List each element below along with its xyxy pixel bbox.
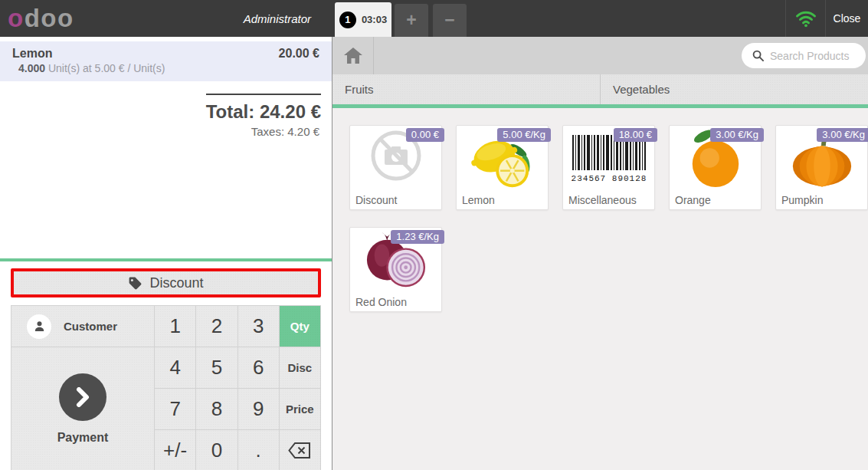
order-total-label: Total: bbox=[206, 101, 255, 122]
topbar: odoo Administrator 1 03:03 + − Clos bbox=[0, 0, 868, 37]
backspace-icon bbox=[288, 442, 311, 459]
svg-text:1 234567 890128 >: 1 234567 890128 > bbox=[569, 174, 649, 183]
order-taxes-value: 4.20 € bbox=[287, 125, 319, 138]
add-order-button[interactable]: + bbox=[395, 4, 428, 37]
product-name-label: Pumpkin bbox=[776, 191, 828, 209]
search-box bbox=[742, 43, 866, 68]
order-line-price: 20.00 € bbox=[279, 47, 319, 61]
numpad-key-3[interactable]: 3 bbox=[238, 306, 279, 347]
payment-button[interactable]: Payment bbox=[11, 347, 154, 470]
customer-button-label: Customer bbox=[64, 320, 117, 333]
numpad-key-1[interactable]: 1 bbox=[155, 306, 195, 347]
topbar-status: Close bbox=[785, 0, 868, 37]
product-card-lemon[interactable]: 5.00 €/Kg Lemon bbox=[456, 125, 549, 210]
discount-button-label: Discount bbox=[149, 275, 203, 291]
order-tab[interactable]: 1 03:03 bbox=[335, 2, 391, 37]
numpad-key-backspace[interactable] bbox=[280, 430, 320, 470]
pads-grid: Customer Payment 123Qty456Disc789Price+/… bbox=[11, 305, 321, 470]
topbar-left: odoo Administrator bbox=[0, 0, 332, 37]
numpad-key-9[interactable]: 9 bbox=[238, 389, 279, 429]
odoo-logo-o: o bbox=[8, 4, 25, 32]
home-icon bbox=[344, 48, 362, 64]
home-category-button[interactable] bbox=[332, 37, 374, 74]
category-bar: Fruits Vegetables bbox=[332, 74, 868, 108]
product-price-badge: 0.00 € bbox=[406, 128, 444, 142]
main-area: Lemon 20.00 € 4.000 Unit(s) at 5.00 € / … bbox=[0, 37, 868, 470]
product-panel: Fruits Vegetables 0.00 € Discount 5.00 €… bbox=[332, 37, 868, 470]
order-tab-bar: 1 03:03 + − Close bbox=[332, 0, 868, 37]
numpad-key-disc[interactable]: Disc bbox=[280, 347, 320, 388]
order-panel: Lemon 20.00 € 4.000 Unit(s) at 5.00 € / … bbox=[0, 37, 332, 470]
search-icon bbox=[752, 50, 764, 61]
numpad-key-2[interactable]: 2 bbox=[196, 306, 237, 347]
order-line[interactable]: Lemon 20.00 € 4.000 Unit(s) at 5.00 € / … bbox=[0, 41, 332, 81]
username-label: Administrator bbox=[244, 12, 311, 25]
payment-circle bbox=[59, 373, 106, 421]
avatar bbox=[27, 314, 51, 339]
numpad-key-4[interactable]: 4 bbox=[155, 347, 195, 388]
customer-button[interactable]: Customer bbox=[11, 306, 154, 347]
category-vegetables[interactable]: Vegetables bbox=[600, 74, 868, 104]
order-lines-area: Lemon 20.00 € 4.000 Unit(s) at 5.00 € / … bbox=[0, 37, 332, 258]
numpad-key-price[interactable]: Price bbox=[280, 389, 320, 429]
product-price-badge: 18.00 € bbox=[614, 128, 657, 142]
product-price-badge: 3.00 €/Kg bbox=[710, 128, 764, 142]
product-price-badge: 3.00 €/Kg bbox=[817, 128, 868, 142]
close-button[interactable]: Close bbox=[825, 0, 868, 37]
numpad-key-7[interactable]: 7 bbox=[155, 389, 195, 429]
numpad-key-0[interactable]: 0 bbox=[196, 430, 237, 470]
order-line-quantity: 4.000 bbox=[18, 62, 45, 74]
order-line-detail: 4.000 Unit(s) at 5.00 € / Unit(s) bbox=[18, 62, 319, 74]
connection-status bbox=[785, 0, 825, 37]
products-control-bar bbox=[332, 37, 868, 74]
product-name-label: Red Onion bbox=[350, 293, 412, 311]
discount-button[interactable]: Discount bbox=[11, 268, 321, 297]
order-line-product: Lemon bbox=[12, 47, 52, 61]
product-card-miscellaneous[interactable]: 18.00 € 1 234567 890128 > Miscellaneous bbox=[562, 125, 655, 210]
product-card-discount[interactable]: 0.00 € Discount bbox=[349, 125, 442, 210]
numpad-key-dot[interactable]: . bbox=[238, 430, 279, 470]
product-price-badge: 5.00 €/Kg bbox=[497, 128, 551, 142]
numpad-key-6[interactable]: 6 bbox=[238, 347, 279, 388]
order-line-unit-info: Unit(s) at 5.00 € / Unit(s) bbox=[48, 62, 165, 74]
numpad-key-5[interactable]: 5 bbox=[196, 347, 237, 388]
numpad-key-plus-minus[interactable]: +/- bbox=[155, 430, 195, 470]
order-summary: Total: 24.20 € Taxes: 4.20 € bbox=[0, 81, 332, 138]
product-card-pumpkin[interactable]: 3.00 €/Kg Pumpkin bbox=[775, 125, 868, 210]
numpad-key-qty[interactable]: Qty bbox=[280, 306, 320, 347]
payment-button-label: Payment bbox=[57, 431, 109, 445]
order-total-value: 24.20 € bbox=[260, 101, 321, 122]
odoo-logo: odoo bbox=[8, 2, 74, 35]
barcode-image: 1 234567 890128 > bbox=[569, 135, 649, 186]
tag-icon bbox=[128, 276, 142, 291]
order-tab-time: 03:03 bbox=[362, 14, 387, 25]
order-taxes: Taxes: 4.20 € bbox=[0, 125, 321, 138]
order-tab-number-badge: 1 bbox=[339, 12, 356, 28]
odoo-logo-rest: doo bbox=[25, 4, 74, 32]
control-pane: Discount Customer bbox=[0, 261, 332, 470]
numpad-key-8[interactable]: 8 bbox=[196, 389, 237, 429]
product-name-label: Lemon bbox=[457, 191, 500, 209]
product-card-orange[interactable]: 3.00 €/Kg Orange bbox=[669, 125, 762, 210]
product-name-label: Discount bbox=[350, 191, 402, 209]
product-price-badge: 1.23 €/Kg bbox=[391, 230, 444, 244]
chevron-right-icon bbox=[74, 387, 91, 407]
category-fruits[interactable]: Fruits bbox=[332, 74, 600, 104]
order-total: Total: 24.20 € bbox=[206, 94, 321, 123]
order-taxes-label: Taxes: bbox=[251, 125, 284, 138]
person-icon bbox=[33, 320, 46, 333]
product-name-label: Orange bbox=[670, 191, 716, 209]
order-line-main: Lemon 20.00 € bbox=[12, 47, 319, 61]
search-input[interactable] bbox=[770, 50, 856, 62]
pos-app: odoo Administrator 1 03:03 + − Clos bbox=[0, 0, 868, 470]
product-grid: 0.00 € Discount 5.00 €/Kg Lemon 18.00 € bbox=[332, 108, 868, 470]
wifi-icon bbox=[795, 10, 817, 28]
product-name-label: Miscellaneous bbox=[563, 191, 642, 209]
product-card-red-onion[interactable]: 1.23 €/Kg Red Onion bbox=[349, 227, 442, 312]
remove-order-button[interactable]: − bbox=[433, 4, 467, 37]
